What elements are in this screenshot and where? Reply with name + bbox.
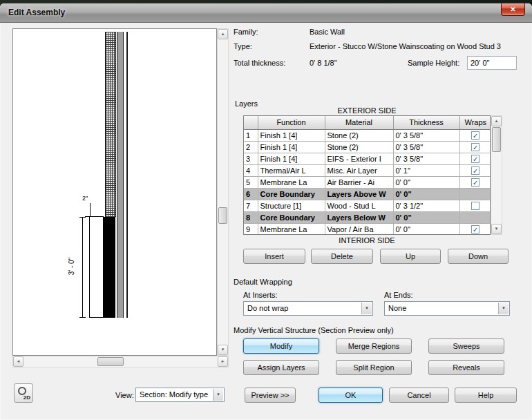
layer-thickness-cell[interactable]: 0' 0" — [393, 211, 459, 223]
table-scroll-down-button[interactable]: ▼ — [491, 224, 502, 234]
layer-wraps-cell: ✓ — [459, 176, 491, 188]
layer-function-cell[interactable]: Finish 1 [4] — [258, 153, 325, 164]
close-button[interactable]: ✕ — [501, 3, 525, 16]
table-scroll-up-button[interactable]: ▲ — [491, 116, 502, 126]
layer-thickness-cell[interactable]: 0' 3 5/8" — [393, 129, 459, 141]
layer-material-cell[interactable]: Layers Above W — [325, 188, 393, 200]
layer-thickness-cell[interactable]: 0' 3 5/8" — [393, 141, 459, 153]
layer-material-cell[interactable]: Air Barrier - Ai — [325, 176, 393, 188]
layer-row[interactable]: 9Membrane LaVapor / Air Ba0' 0"✓ — [244, 223, 491, 235]
layer-wraps-cell: ✓ — [459, 223, 491, 235]
wraps-checkbox-checked[interactable]: ✓ — [471, 225, 479, 233]
layer-function-cell[interactable]: Structure [1] — [258, 200, 325, 211]
preview-scroll-left-button[interactable]: ◄ — [13, 356, 23, 367]
layer-number-cell[interactable]: 8 — [244, 211, 258, 223]
layer-material-cell[interactable]: Vapor / Air Ba — [325, 223, 393, 235]
layer-function-cell[interactable]: Membrane La — [258, 176, 325, 188]
layer-number-cell[interactable]: 3 — [244, 153, 258, 164]
layer-number-cell[interactable]: 2 — [244, 141, 258, 153]
preview-scroll-up-button[interactable]: ▲ — [218, 29, 228, 39]
layer-material-cell[interactable]: Stone (2) — [325, 141, 393, 153]
layer-function-cell[interactable]: Core Boundary — [258, 188, 325, 200]
insert-button[interactable]: Insert — [243, 249, 305, 264]
preview-navigation-2d-button[interactable]: 2D — [14, 383, 33, 403]
layer-material-cell[interactable]: Stone (2) — [325, 129, 393, 141]
layer-function-cell[interactable]: Thermal/Air L — [258, 164, 325, 176]
chevron-down-icon[interactable]: ▼ — [498, 303, 509, 314]
layer-row[interactable]: 5Membrane LaAir Barrier - Ai0' 0"✓ — [244, 176, 491, 188]
reveals-button[interactable]: Reveals — [428, 360, 504, 375]
at-inserts-dropdown[interactable]: Do not wrap ▼ — [243, 301, 373, 316]
layer-function-cell[interactable]: Finish 1 [4] — [258, 129, 325, 141]
dimension-label-height: 3' - 0" — [68, 258, 75, 275]
wraps-checkbox-checked[interactable]: ✓ — [471, 143, 479, 151]
help-button[interactable]: Help — [455, 388, 517, 403]
sweeps-button[interactable]: Sweeps — [428, 338, 504, 354]
column-header-thickness[interactable]: Thickness — [393, 116, 459, 129]
at-ends-dropdown[interactable]: None ▼ — [384, 301, 510, 316]
cancel-button[interactable]: Cancel — [389, 388, 449, 403]
wraps-checkbox-checked[interactable]: ✓ — [471, 131, 479, 140]
column-header-function[interactable]: Function — [258, 116, 325, 129]
layer-thickness-cell[interactable]: 0' 0" — [393, 176, 459, 188]
preview-toggle-button[interactable]: Preview >> — [245, 388, 296, 403]
view-value: Section: Modify type — [140, 390, 208, 399]
down-button[interactable]: Down — [448, 249, 509, 264]
table-scrollbar-thumb[interactable] — [492, 127, 501, 152]
layer-thickness-cell[interactable]: 0' 0" — [393, 188, 459, 200]
core-boundary-row[interactable]: 6Core BoundaryLayers Above W0' 0" — [244, 188, 491, 200]
layer-material-cell[interactable]: EIFS - Exterior I — [325, 153, 393, 164]
wraps-checkbox-checked[interactable]: ✓ — [471, 166, 479, 175]
title-bar[interactable]: Edit Assembly ✕ — [0, 3, 532, 23]
layer-material-cell[interactable]: Layers Below W — [325, 211, 393, 223]
layer-number-cell[interactable]: 6 — [244, 188, 258, 200]
chevron-down-icon[interactable]: ▼ — [213, 389, 223, 401]
sample-height-input[interactable] — [467, 56, 517, 70]
wall-stone-finish-hatch[interactable] — [105, 32, 116, 217]
layer-number-cell[interactable]: 7 — [244, 200, 258, 211]
preview-horizontal-scrollbar-thumb[interactable] — [97, 357, 124, 366]
layer-function-cell[interactable]: Core Boundary — [258, 211, 325, 223]
layer-function-cell[interactable]: Finish 1 [4] — [258, 141, 325, 153]
wall-stud-layer[interactable] — [117, 32, 124, 318]
wraps-checkbox-checked[interactable]: ✓ — [471, 178, 479, 187]
layer-row[interactable]: 4Thermal/Air LMisc. Air Layer0' 1"✓ — [244, 164, 491, 176]
layer-function-cell[interactable]: Membrane La — [258, 223, 325, 235]
preview-scroll-right-button[interactable]: ► — [218, 356, 228, 367]
layer-thickness-cell[interactable]: 0' 3 5/8" — [393, 153, 459, 164]
column-header-wraps[interactable]: Wraps — [459, 116, 491, 129]
layer-material-cell[interactable]: Misc. Air Layer — [325, 164, 393, 176]
modify-button[interactable]: Modify — [243, 338, 319, 354]
layer-thickness-cell[interactable]: 0' 1" — [393, 164, 459, 176]
preview-vertical-scrollbar[interactable]: ▲ ▼ — [217, 28, 229, 356]
preview-horizontal-scrollbar[interactable]: ◄ ► — [12, 356, 229, 368]
preview-vertical-scrollbar-thumb[interactable] — [218, 207, 227, 224]
layer-material-cell[interactable]: Wood - Stud L — [325, 200, 393, 211]
wraps-checkbox-checked[interactable]: ✓ — [471, 155, 479, 163]
column-header-material[interactable]: Material — [325, 116, 393, 129]
assign-layers-button[interactable]: Assign Layers — [243, 360, 319, 375]
ok-button[interactable]: OK — [319, 388, 383, 403]
wraps-checkbox-unchecked[interactable] — [471, 202, 479, 210]
layer-thickness-cell[interactable]: 0' 3 1/2" — [393, 200, 459, 211]
layers-table-scrollbar[interactable]: ▲ ▼ — [491, 115, 502, 235]
up-button[interactable]: Up — [380, 249, 441, 264]
wall-wainscot-black-layer[interactable] — [103, 217, 115, 318]
layer-number-cell[interactable]: 9 — [244, 223, 258, 235]
layer-number-cell[interactable]: 1 — [244, 129, 258, 141]
split-region-button[interactable]: Split Region — [336, 360, 412, 375]
layer-row[interactable]: 3Finish 1 [4]EIFS - Exterior I0' 3 5/8"✓ — [244, 153, 491, 164]
preview-scroll-down-button[interactable]: ▼ — [218, 345, 228, 355]
layer-thickness-cell[interactable]: 0' 0" — [393, 223, 459, 235]
core-boundary-row[interactable]: 8Core BoundaryLayers Below W0' 0" — [244, 211, 491, 223]
layer-number-cell[interactable]: 4 — [244, 164, 258, 176]
delete-button[interactable]: Delete — [311, 249, 373, 264]
merge-regions-button[interactable]: Merge Regions — [336, 338, 412, 354]
chevron-down-icon[interactable]: ▼ — [361, 303, 372, 314]
section-preview-pane[interactable]: 2" 3' - 0" — [12, 28, 217, 356]
view-dropdown[interactable]: Section: Modify type ▼ — [135, 388, 225, 402]
layer-row[interactable]: 1Finish 1 [4]Stone (2)0' 3 5/8"✓ — [244, 129, 491, 141]
layer-row[interactable]: 7Structure [1]Wood - Stud L0' 3 1/2" — [244, 200, 491, 211]
layer-number-cell[interactable]: 5 — [244, 176, 258, 188]
layer-row[interactable]: 2Finish 1 [4]Stone (2)0' 3 5/8"✓ — [244, 141, 491, 153]
